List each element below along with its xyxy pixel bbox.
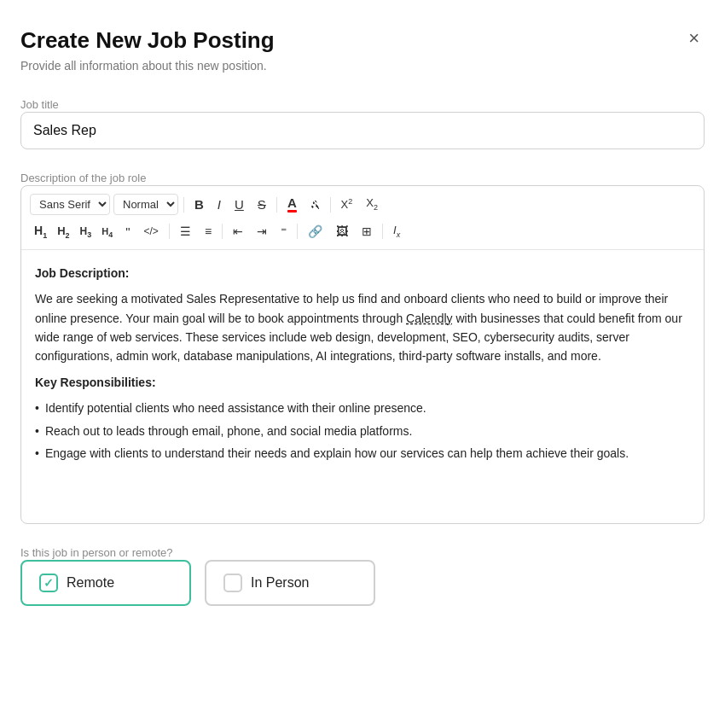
image-icon: 🖼: [336, 225, 348, 237]
blockquote-button[interactable]: ": [120, 222, 135, 242]
key-responsibilities-heading: Key Responsibilities:: [35, 376, 156, 389]
color-a-icon: A: [287, 196, 297, 213]
location-label: Is this job in person or remote?: [20, 546, 172, 559]
toolbar-divider-5: [222, 224, 223, 239]
font-family-select[interactable]: Sans Serif: [30, 194, 110, 215]
job-description-paragraph: We are seeking a motivated Sales Represe…: [35, 289, 690, 366]
job-description-heading: Job Description:: [35, 266, 129, 280]
in-person-label: In Person: [251, 575, 309, 591]
pattern-a-icon: A: [310, 198, 320, 211]
superscript-button[interactable]: X2: [336, 195, 358, 213]
italic-button[interactable]: I: [212, 195, 226, 214]
modal-header: Create New Job Posting ×: [20, 27, 705, 54]
list-item: Engage with clients to understand their …: [35, 444, 690, 463]
editor-toolbar: Sans Serif Normal B I U S A A X2: [21, 186, 704, 250]
remote-checkbox[interactable]: ✓: [39, 574, 58, 592]
job-title-input[interactable]: [20, 112, 705, 149]
remote-option[interactable]: ✓ Remote: [20, 560, 191, 606]
image-button[interactable]: 🖼: [331, 222, 353, 241]
description-label: Description of the job role: [20, 172, 146, 184]
in-person-option[interactable]: In Person: [205, 560, 375, 606]
modal-container: Create New Job Posting × Provide all inf…: [0, 0, 725, 728]
indent-decrease-button[interactable]: ⇤: [228, 222, 248, 241]
editor-content-area[interactable]: Job Description: We are seeking a motiva…: [21, 250, 704, 523]
h4-button[interactable]: H4: [97, 222, 117, 242]
responsibilities-list: Identify potential clients who need assi…: [35, 399, 690, 463]
table-button[interactable]: ⊞: [357, 222, 377, 241]
toolbar-divider-4: [169, 224, 170, 239]
close-button[interactable]: ×: [683, 27, 705, 50]
list-item: Identify potential clients who need assi…: [35, 399, 690, 417]
underline-button[interactable]: U: [229, 195, 249, 214]
table-icon: ⊞: [362, 225, 372, 237]
subscript-button[interactable]: X2: [361, 194, 383, 215]
strikethrough-button[interactable]: S: [252, 195, 271, 214]
rich-text-editor: Sans Serif Normal B I U S A A X2: [20, 185, 705, 524]
remote-label: Remote: [67, 575, 114, 591]
h2-button[interactable]: H2: [53, 222, 73, 242]
bold-button[interactable]: B: [189, 195, 209, 214]
modal-subtitle: Provide all information about this new p…: [20, 59, 705, 73]
modal-title: Create New Job Posting: [20, 27, 275, 54]
unordered-list-button[interactable]: ≡: [200, 222, 217, 241]
link-icon: 🔗: [308, 225, 322, 237]
align-button[interactable]: ⁼: [276, 222, 292, 241]
remote-checkmark: ✓: [44, 576, 54, 590]
toolbar-divider-1: [183, 197, 184, 213]
toolbar-divider-2: [276, 197, 277, 213]
in-person-checkbox[interactable]: [223, 574, 242, 592]
color-a-button[interactable]: A: [282, 193, 302, 216]
font-style-select[interactable]: Normal: [113, 194, 178, 215]
clear-format-button[interactable]: Ix: [388, 221, 405, 242]
job-title-label: Job title: [20, 98, 59, 111]
location-radio-group: ✓ Remote In Person: [20, 560, 705, 606]
toolbar-divider-3: [330, 197, 331, 213]
toolbar-row-2: H1 H2 H3 H4 " </> ☰ ≡ ⇤ ⇥ ⁼ 🔗 🖼 ⊞ I: [30, 221, 695, 242]
code-button[interactable]: </>: [139, 223, 164, 240]
h1-button[interactable]: H1: [30, 221, 51, 242]
list-item: Reach out to leads through email, phone,…: [35, 422, 690, 440]
h3-button[interactable]: H3: [76, 222, 96, 242]
pattern-a-button[interactable]: A: [305, 195, 325, 214]
link-button[interactable]: 🔗: [303, 222, 328, 241]
toolbar-divider-7: [382, 224, 383, 239]
heading-buttons: H1 H2 H3 H4: [30, 221, 117, 242]
calendly-link: Calendly: [406, 312, 452, 325]
toolbar-row-1: Sans Serif Normal B I U S A A X2: [30, 193, 695, 216]
ordered-list-button[interactable]: ☰: [175, 222, 196, 241]
indent-increase-button[interactable]: ⇥: [252, 222, 272, 241]
toolbar-divider-6: [297, 224, 298, 239]
